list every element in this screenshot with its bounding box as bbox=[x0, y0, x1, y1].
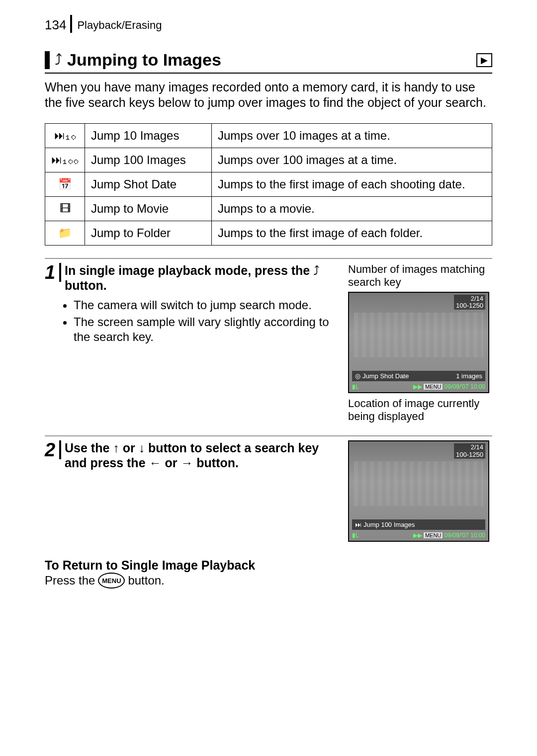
step-number: 1 bbox=[45, 263, 61, 282]
lcd-screenshot-2: 2/14 100-1250 ⏭Jump 100 Images ▮L ▶▶ MEN… bbox=[348, 440, 489, 542]
lcd-mode: Jump Shot Date bbox=[362, 372, 409, 380]
step-number: 2 bbox=[45, 440, 61, 459]
lcd-top-info: 2/14 100-1250 bbox=[454, 295, 485, 310]
lcd-folder: 100-1250 bbox=[456, 451, 483, 458]
table-row: 📁 Jump to Folder Jumps to the first imag… bbox=[45, 221, 492, 245]
section-name: Playback/Erasing bbox=[77, 19, 162, 33]
jump-folder-icon: 📁 bbox=[45, 221, 85, 245]
lcd-time: 10:00 bbox=[470, 532, 485, 539]
table-row: 🎞 Jump to Movie Jumps to a movie. bbox=[45, 196, 492, 221]
lcd-bottom-row: ▮L ▶▶ MENU 09/09/'07 10:00 bbox=[352, 383, 485, 390]
row-label: Jump to Movie bbox=[85, 196, 212, 221]
lcd-date: 09/09/'07 bbox=[445, 383, 469, 390]
step1-heading: In single image playback mode, press the… bbox=[65, 263, 338, 293]
row-label: Jump to Folder bbox=[85, 221, 212, 245]
title-accent-bar bbox=[45, 51, 50, 69]
row-desc: Jumps to a movie. bbox=[212, 196, 492, 221]
lcd-counter: 2/14 bbox=[456, 444, 483, 451]
lcd-quality-icon: ▮L bbox=[352, 532, 359, 539]
jump-movie-icon: 🎞 bbox=[45, 196, 85, 221]
lcd-quality-icon: ▮L bbox=[352, 383, 359, 390]
step2-heading: Use the ↑ or ↓ button to select a search… bbox=[65, 440, 338, 470]
page-number: 134 bbox=[45, 15, 72, 33]
step1-side: Number of images matching search key 2/1… bbox=[348, 263, 492, 423]
jump-button-icon: ⤴ bbox=[313, 263, 320, 278]
lcd-time: 10:00 bbox=[470, 383, 485, 390]
lcd-mode-band: ⏭Jump 100 Images bbox=[352, 519, 485, 530]
jump-100-icon: ⏭₁₀₀ bbox=[45, 148, 85, 172]
lcd-bottom-row: ▮L ▶▶ MENU 09/09/'07 10:00 bbox=[352, 532, 485, 539]
row-label: Jump 100 Images bbox=[85, 148, 212, 172]
step-2: 2 Use the ↑ or ↓ button to select a sear… bbox=[45, 435, 492, 546]
page-header: 134 Playback/Erasing bbox=[45, 15, 492, 33]
lcd-nav-icon: ▶▶ bbox=[413, 383, 424, 390]
intro-paragraph: When you have many images recorded onto … bbox=[45, 80, 492, 111]
caption-top: Number of images matching search key bbox=[348, 263, 492, 289]
table-row: ⏭₁₀₀ Jump 100 Images Jumps over 100 imag… bbox=[45, 148, 492, 172]
lcd-folder: 100-1250 bbox=[456, 302, 483, 309]
row-desc: Jumps to the first image of each folder. bbox=[212, 221, 492, 245]
menu-button-icon: MENU bbox=[98, 573, 125, 588]
lcd-match-count: 1 images bbox=[456, 372, 482, 380]
step1-bullets: The camera will switch to jump search mo… bbox=[74, 298, 338, 344]
lcd-screenshot-1: 2/14 100-1250 ◎Jump Shot Date 1 images ▮… bbox=[348, 292, 489, 393]
lcd-mode: Jump 100 Images bbox=[363, 521, 415, 528]
shot-date-icon: ◎ bbox=[355, 372, 360, 380]
lcd-date: 09/09/'07 bbox=[445, 532, 469, 539]
step1-heading-a: In single image playback mode, press the bbox=[65, 263, 313, 277]
playback-mode-icon: ▶ bbox=[476, 53, 492, 67]
row-label: Jump 10 Images bbox=[85, 123, 212, 148]
return-heading: To Return to Single Image Playback bbox=[45, 558, 492, 573]
page-title: Jumping to Images bbox=[67, 50, 221, 70]
jump-100-band-icon: ⏭ bbox=[355, 521, 361, 528]
row-desc: Jumps to the first image of each shootin… bbox=[212, 172, 492, 196]
step-1: 1 In single image playback mode, press t… bbox=[45, 258, 492, 423]
jump-10-icon: ⏭₁₀ bbox=[45, 123, 85, 148]
row-desc: Jumps over 10 images at a time. bbox=[212, 123, 492, 148]
lcd-mode-band: ◎Jump Shot Date 1 images bbox=[352, 371, 485, 381]
row-label: Jump Shot Date bbox=[85, 172, 212, 196]
search-keys-table: ⏭₁₀ Jump 10 Images Jumps over 10 images … bbox=[45, 123, 492, 246]
table-row: 📅 Jump Shot Date Jumps to the first imag… bbox=[45, 172, 492, 196]
row-desc: Jumps over 100 images at a time. bbox=[212, 148, 492, 172]
lcd-menu: MENU bbox=[424, 532, 443, 538]
step2-side: 2/14 100-1250 ⏭Jump 100 Images ▮L ▶▶ MEN… bbox=[348, 440, 492, 546]
lcd-top-info: 2/14 100-1250 bbox=[454, 443, 485, 459]
lcd-counter: 2/14 bbox=[456, 295, 483, 302]
manual-page: 134 Playback/Erasing ⤴ Jumping to Images… bbox=[0, 0, 537, 618]
jump-date-icon: 📅 bbox=[45, 172, 85, 196]
step1-heading-b: button. bbox=[65, 278, 107, 292]
list-item: The camera will switch to jump search mo… bbox=[74, 298, 338, 313]
table-row: ⏭₁₀ Jump 10 Images Jumps over 10 images … bbox=[45, 123, 492, 148]
lcd-menu: MENU bbox=[424, 384, 443, 390]
return-text-a: Press the bbox=[45, 574, 95, 588]
return-text-b: button. bbox=[128, 574, 164, 588]
jump-icon: ⤴ bbox=[55, 52, 62, 69]
caption-bottom: Location of image currently being displa… bbox=[348, 397, 492, 423]
return-text: Press the MENU button. bbox=[45, 573, 492, 588]
lcd-nav-icon: ▶▶ bbox=[413, 532, 424, 539]
title-block: ⤴ Jumping to Images ▶ bbox=[45, 50, 492, 74]
list-item: The screen sample will vary slightly acc… bbox=[74, 315, 338, 344]
